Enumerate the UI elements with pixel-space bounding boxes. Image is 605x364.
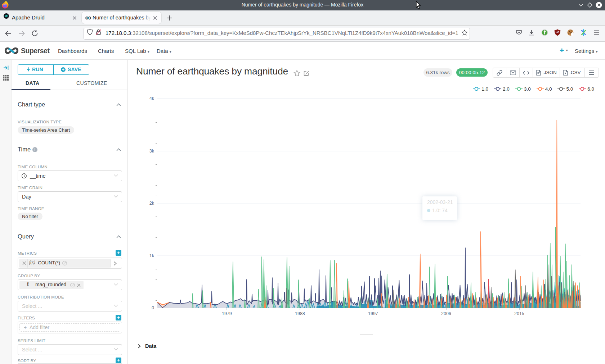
svg-text:uO: uO <box>556 31 559 33</box>
